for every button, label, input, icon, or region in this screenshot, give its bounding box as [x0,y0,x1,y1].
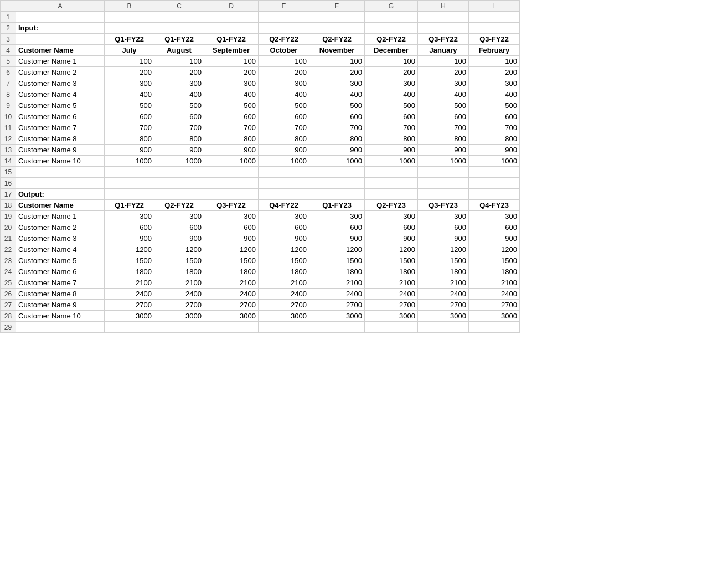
cell-I24[interactable]: 1800 [469,266,520,277]
cell-I29[interactable] [469,322,520,333]
cell-A14[interactable]: Customer Name 10 [16,156,105,167]
cell-E8[interactable]: 400 [259,89,309,100]
cell-I5[interactable]: 100 [469,56,520,67]
cell-I7[interactable]: 300 [469,78,520,89]
cell-H7[interactable]: 300 [418,78,469,89]
cell-A24[interactable]: Customer Name 6 [16,266,105,277]
cell-F14[interactable]: 1000 [309,156,365,167]
cell-H15[interactable] [418,167,469,178]
cell-I6[interactable]: 200 [469,67,520,78]
cell-A22[interactable]: Customer Name 4 [16,244,105,255]
cell-E1[interactable] [259,12,309,23]
cell-H4[interactable]: January [418,45,469,56]
cell-A15[interactable] [16,167,105,178]
cell-B21[interactable]: 900 [105,233,154,244]
cell-C29[interactable] [154,322,204,333]
cell-E24[interactable]: 1800 [259,266,309,277]
cell-F18[interactable]: Q1-FY23 [309,200,365,211]
cell-C13[interactable]: 900 [154,145,204,156]
cell-G22[interactable]: 1200 [365,244,418,255]
cell-F27[interactable]: 2700 [309,300,365,311]
cell-D8[interactable]: 400 [204,89,259,100]
cell-B24[interactable]: 1800 [105,266,154,277]
cell-D20[interactable]: 600 [204,222,259,233]
cell-G21[interactable]: 900 [365,233,418,244]
cell-A23[interactable]: Customer Name 5 [16,255,105,266]
cell-G8[interactable]: 400 [365,89,418,100]
cell-B18[interactable]: Q1-FY22 [105,200,154,211]
cell-G1[interactable] [365,12,418,23]
cell-D21[interactable]: 900 [204,233,259,244]
cell-C20[interactable]: 600 [154,222,204,233]
cell-H10[interactable]: 600 [418,111,469,122]
cell-D7[interactable]: 300 [204,78,259,89]
cell-B16[interactable] [105,178,154,189]
cell-G14[interactable]: 1000 [365,156,418,167]
cell-I16[interactable] [469,178,520,189]
cell-H12[interactable]: 800 [418,133,469,145]
cell-F13[interactable]: 900 [309,145,365,156]
cell-F23[interactable]: 1500 [309,255,365,266]
cell-B22[interactable]: 1200 [105,244,154,255]
cell-D24[interactable]: 1800 [204,266,259,277]
cell-D12[interactable]: 800 [204,133,259,145]
cell-E2[interactable] [259,23,309,34]
cell-C19[interactable]: 300 [154,211,204,222]
cell-D18[interactable]: Q3-FY22 [204,200,259,211]
cell-C6[interactable]: 200 [154,67,204,78]
cell-H25[interactable]: 2100 [418,277,469,289]
cell-B12[interactable]: 800 [105,133,154,145]
cell-I22[interactable]: 1200 [469,244,520,255]
cell-G15[interactable] [365,167,418,178]
cell-D26[interactable]: 2400 [204,289,259,300]
cell-B3[interactable]: Q1-FY22 [105,34,154,45]
cell-G4[interactable]: December [365,45,418,56]
cell-G3[interactable]: Q2-FY22 [365,34,418,45]
cell-C26[interactable]: 2400 [154,289,204,300]
cell-E12[interactable]: 800 [259,133,309,145]
cell-F25[interactable]: 2100 [309,277,365,289]
cell-G9[interactable]: 500 [365,100,418,111]
cell-F28[interactable]: 3000 [309,311,365,322]
cell-E16[interactable] [259,178,309,189]
cell-H8[interactable]: 400 [418,89,469,100]
cell-D5[interactable]: 100 [204,56,259,67]
cell-A17[interactable]: Output: [16,189,105,200]
cell-H26[interactable]: 2400 [418,289,469,300]
cell-F1[interactable] [309,12,365,23]
cell-D9[interactable]: 500 [204,100,259,111]
cell-C11[interactable]: 700 [154,122,204,133]
cell-A20[interactable]: Customer Name 2 [16,222,105,233]
cell-D25[interactable]: 2100 [204,277,259,289]
cell-C22[interactable]: 1200 [154,244,204,255]
cell-A11[interactable]: Customer Name 7 [16,122,105,133]
cell-A4[interactable]: Customer Name [16,45,105,56]
cell-C10[interactable]: 600 [154,111,204,122]
cell-H14[interactable]: 1000 [418,156,469,167]
cell-A1[interactable] [16,12,105,23]
cell-C14[interactable]: 1000 [154,156,204,167]
cell-F15[interactable] [309,167,365,178]
cell-F10[interactable]: 600 [309,111,365,122]
cell-C16[interactable] [154,178,204,189]
cell-G25[interactable]: 2100 [365,277,418,289]
cell-H16[interactable] [418,178,469,189]
cell-B2[interactable] [105,23,154,34]
cell-E28[interactable]: 3000 [259,311,309,322]
cell-A19[interactable]: Customer Name 1 [16,211,105,222]
cell-D29[interactable] [204,322,259,333]
cell-H27[interactable]: 2700 [418,300,469,311]
cell-G12[interactable]: 800 [365,133,418,145]
cell-F5[interactable]: 100 [309,56,365,67]
cell-A5[interactable]: Customer Name 1 [16,56,105,67]
cell-B5[interactable]: 100 [105,56,154,67]
cell-F29[interactable] [309,322,365,333]
cell-E29[interactable] [259,322,309,333]
cell-A29[interactable] [16,322,105,333]
cell-E27[interactable]: 2700 [259,300,309,311]
cell-E22[interactable]: 1200 [259,244,309,255]
cell-C27[interactable]: 2700 [154,300,204,311]
cell-C4[interactable]: August [154,45,204,56]
cell-G19[interactable]: 300 [365,211,418,222]
cell-E4[interactable]: October [259,45,309,56]
